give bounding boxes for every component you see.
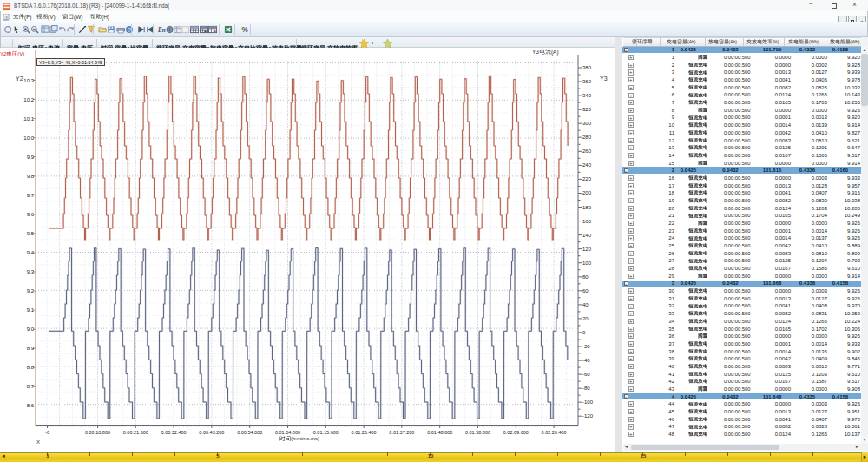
svg-text:En: En — [157, 26, 166, 33]
svg-text:?: ? — [127, 25, 130, 33]
svg-text:%: % — [241, 26, 248, 34]
